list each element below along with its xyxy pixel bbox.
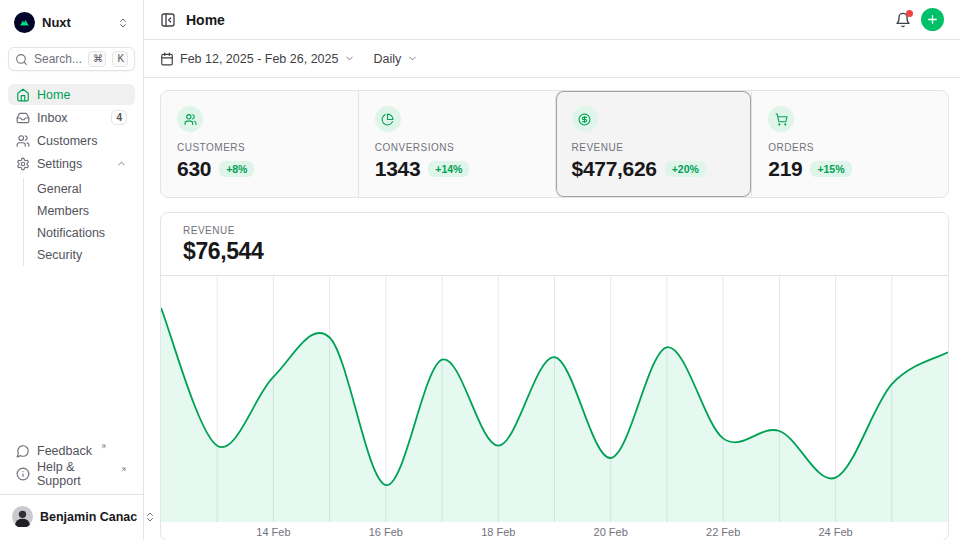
avatar [12,506,33,527]
nuxt-logo-icon [14,12,35,33]
plus-icon [926,13,939,26]
dollar-circle-icon [572,106,598,132]
sidebar-nav: Home Inbox 4 Customers Settings [8,84,135,266]
sidebar-item-label: Settings [37,157,109,171]
revenue-chart-svg [161,276,948,522]
date-range-picker[interactable]: Feb 12, 2025 - Feb 26, 2025 [160,52,355,66]
sidebar-subitem-members[interactable]: Members [24,200,135,222]
toolbar: Feb 12, 2025 - Feb 26, 2025 Daily [144,40,960,78]
search-placeholder: Search... [34,52,82,66]
stat-label: ORDERS [768,142,932,153]
sidebar-collapse-button[interactable] [160,12,176,28]
sidebar-item-inbox[interactable]: Inbox 4 [8,107,135,128]
calendar-icon [160,52,174,66]
sidebar-subitem-notifications[interactable]: Notifications [24,222,135,244]
chevron-down-icon [344,53,355,64]
x-tick-label: 24 Feb [818,526,852,538]
shopping-cart-icon [768,106,794,132]
x-tick-label: 20 Feb [594,526,628,538]
stat-value: 630 [177,157,211,181]
stat-value: 1343 [375,157,421,181]
footer-link-label: Feedback [37,444,92,458]
stat-label: REVENUE [572,142,736,153]
sidebar-item-label: Customers [37,134,127,148]
sidebar-item-settings[interactable]: Settings [8,153,135,174]
sidebar: Nuxt Search... ⌘ K Home [0,0,144,540]
x-tick-label: 16 Feb [369,526,403,538]
feedback-link[interactable]: Feedback [8,440,135,461]
x-tick-label: 14 Feb [256,526,290,538]
sidebar-item-label: Home [37,88,127,102]
topbar: Home [144,0,960,40]
stat-delta-badge: +15% [810,161,851,177]
help-support-link[interactable]: Help & Support [8,463,135,484]
search-input[interactable]: Search... ⌘ K [8,47,135,71]
pie-chart-icon [375,106,401,132]
kbd-k: K [112,51,128,67]
stat-delta-badge: +8% [219,161,254,177]
chevrons-up-down-icon [117,17,129,29]
users-icon [16,134,30,148]
inbox-icon [16,111,30,125]
workspace-switcher[interactable]: Nuxt [8,8,135,37]
period-label: Daily [373,52,401,66]
user-menu[interactable]: Benjamin Canac [6,501,137,532]
stat-card-orders[interactable]: ORDERS 219 +15% [751,91,948,197]
x-axis-labels: 14 Feb16 Feb18 Feb20 Feb22 Feb24 Feb [161,522,948,540]
external-link-icon [120,466,127,473]
page-title: Home [186,12,885,28]
revenue-chart-card: REVENUE $76,544 14 Feb16 Feb18 Feb20 Feb… [160,212,949,540]
x-tick-label: 22 Feb [706,526,740,538]
external-link-icon [100,443,107,450]
stat-delta-badge: +20% [665,161,706,177]
users-icon [177,106,203,132]
stat-value: 219 [768,157,802,181]
stat-delta-badge: +14% [428,161,469,177]
chevron-up-icon [116,158,127,169]
chevron-down-icon [407,53,418,64]
gear-icon [16,157,30,171]
stat-label: CONVERSIONS [375,142,539,153]
sidebar-subitem-security[interactable]: Security [24,244,135,266]
sidebar-subitem-general[interactable]: General [24,178,135,200]
date-range-label: Feb 12, 2025 - Feb 26, 2025 [180,52,338,66]
sidebar-item-label: Inbox [37,111,104,125]
notifications-button[interactable] [895,12,911,28]
user-name: Benjamin Canac [40,510,137,524]
inbox-count-badge: 4 [111,110,127,125]
chart-header: REVENUE $76,544 [161,213,948,276]
x-tick-label: 18 Feb [481,526,515,538]
sidebar-item-home[interactable]: Home [8,84,135,105]
message-circle-icon [16,444,30,458]
footer-link-label: Help & Support [37,460,112,488]
main-area: Home Feb 12, 2025 - Feb 26, 2025 [144,0,960,540]
notification-dot [906,10,913,17]
search-icon [15,53,28,66]
sidebar-footer: Feedback Help & Support Benjamin [8,440,135,532]
chart-title: REVENUE [183,225,926,236]
dashboard-app: Nuxt Search... ⌘ K Home [0,0,960,540]
home-icon [16,88,30,102]
chart-plot-area[interactable] [161,276,948,522]
stats-row: CUSTOMERS 630 +8% CONVERSIONS 1343 +14% [160,90,949,198]
stat-card-revenue[interactable]: REVENUE $477,626 +20% [555,91,752,197]
sidebar-item-customers[interactable]: Customers [8,130,135,151]
sidebar-divider [0,494,143,495]
kbd-cmd: ⌘ [88,51,106,67]
period-select[interactable]: Daily [373,52,418,66]
stat-value: $477,626 [572,157,657,181]
content: CUSTOMERS 630 +8% CONVERSIONS 1343 +14% [144,78,960,540]
chart-current-value: $76,544 [183,238,926,265]
stat-label: CUSTOMERS [177,142,342,153]
stat-card-customers[interactable]: CUSTOMERS 630 +8% [161,91,358,197]
stat-card-conversions[interactable]: CONVERSIONS 1343 +14% [358,91,555,197]
workspace-name: Nuxt [42,15,110,30]
settings-children: General Members Notifications Security [23,178,135,266]
info-icon [16,467,30,481]
add-button[interactable] [921,8,944,31]
